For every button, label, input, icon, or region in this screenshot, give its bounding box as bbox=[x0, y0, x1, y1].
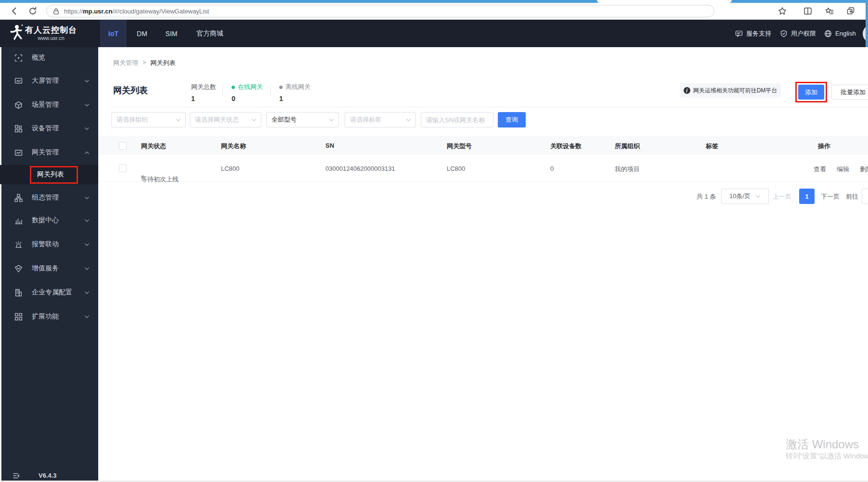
sidebar-item-config-mgmt[interactable]: 组态管理 bbox=[0, 188, 98, 207]
sidebar: 概览 大屏管理 场景管理 设备管理 网关管理 网关列表 组态 bbox=[0, 47, 98, 482]
app-window: https://mp.usr.cn/#/cloud/gateway/ViewGa… bbox=[0, 0, 868, 482]
pagination-total: 共 1 条 bbox=[697, 192, 716, 201]
tab-dm[interactable]: DM bbox=[130, 20, 154, 47]
collapse-sidebar-icon[interactable] bbox=[13, 472, 20, 480]
split-screen-icon[interactable] bbox=[803, 6, 813, 16]
row-checkbox[interactable] bbox=[119, 165, 127, 172]
permissions-label: 用户权限 bbox=[791, 29, 816, 38]
goto-page-label: 前往 bbox=[846, 192, 858, 201]
sidebar-item-extensions[interactable]: 扩展功能 bbox=[0, 307, 98, 326]
collections-icon[interactable] bbox=[846, 6, 855, 16]
edit-link[interactable]: 编辑 bbox=[837, 165, 849, 174]
lock-icon[interactable] bbox=[52, 8, 60, 15]
sidebar-subitem-gateway-list[interactable]: 网关列表 bbox=[0, 165, 98, 184]
window-right-edge bbox=[866, 0, 868, 47]
table-header: 网关状态 网关名称 SN 网关型号 关联设备数 所属组织 标签 操作 bbox=[98, 136, 868, 155]
address-bar[interactable]: https://mp.usr.cn/#/cloud/gateway/ViewGa… bbox=[46, 5, 714, 17]
chevron-down-icon bbox=[84, 242, 90, 247]
model-select[interactable]: 全部型号 bbox=[266, 112, 339, 127]
section-divider bbox=[111, 107, 868, 107]
row-org: 我的项目 bbox=[615, 165, 640, 174]
language-switch[interactable]: English bbox=[824, 20, 856, 47]
breadcrumb-current: 网关列表 bbox=[151, 59, 176, 67]
chevron-down-icon bbox=[84, 290, 90, 295]
add-gateway-button[interactable]: 添加 bbox=[798, 85, 824, 100]
gateway-status-select[interactable]: 请选择网关状态 bbox=[190, 112, 261, 127]
chevron-down-icon bbox=[84, 314, 90, 319]
support-label: 服务支持 bbox=[746, 29, 771, 38]
sidebar-item-gateway-mgmt[interactable]: 网关管理 bbox=[0, 143, 98, 162]
sidebar-item-scene-mgmt[interactable]: 场景管理 bbox=[0, 95, 98, 114]
refresh-icon[interactable] bbox=[28, 6, 38, 16]
chevron-up-icon bbox=[84, 150, 90, 155]
screen-icon bbox=[14, 77, 23, 85]
delete-link[interactable]: 删除 bbox=[860, 165, 868, 174]
chevron-down-icon bbox=[84, 78, 90, 84]
col-tag: 标签 bbox=[706, 142, 718, 151]
chevron-down-icon bbox=[329, 117, 334, 123]
chevron-down-icon bbox=[251, 117, 257, 123]
chevron-down-icon bbox=[84, 195, 90, 201]
breadcrumb: 网关管理 > 网关列表 bbox=[113, 59, 176, 67]
logo-title: 有人云控制台 bbox=[25, 25, 77, 36]
col-org: 所属组织 bbox=[615, 142, 640, 151]
table-row: 等待初次上线 LC800 03000124062000003131 LC800 … bbox=[98, 155, 868, 182]
goto-page-input[interactable] bbox=[862, 189, 868, 204]
sidebar-item-data-center[interactable]: 数据中心 bbox=[0, 211, 98, 230]
sidebar-item-value-services[interactable]: 增值服务 bbox=[0, 259, 98, 278]
prev-page-button[interactable]: 上一页 bbox=[773, 192, 791, 201]
usr-logo-icon bbox=[7, 24, 24, 43]
device-icon bbox=[14, 125, 23, 133]
view-link[interactable]: 查看 bbox=[814, 165, 826, 174]
sidebar-item-enterprise-config[interactable]: 企业专属配置 bbox=[0, 283, 98, 302]
sidebar-item-device-mgmt[interactable]: 设备管理 bbox=[0, 119, 98, 138]
favorites-bar-icon[interactable] bbox=[825, 6, 834, 16]
chevron-down-icon bbox=[84, 102, 90, 108]
row-device-count: 0 bbox=[550, 165, 554, 172]
tab-sim[interactable]: SIM bbox=[159, 20, 184, 47]
windows-activation-watermark: 激活 Windows bbox=[786, 437, 859, 452]
back-icon[interactable] bbox=[10, 6, 19, 16]
info-icon: i bbox=[684, 87, 690, 94]
sidebar-item-screen-mgmt[interactable]: 大屏管理 bbox=[0, 71, 98, 90]
col-actions: 操作 bbox=[818, 142, 830, 151]
chevron-down-icon bbox=[176, 117, 181, 123]
breadcrumb-separator: > bbox=[143, 59, 146, 67]
scene-icon bbox=[14, 101, 23, 109]
app-navbar: 有人云控制台 www.usr.cn IoT DM SIM 官方商城 服务支持 用… bbox=[0, 20, 868, 47]
page-title: 网关列表 bbox=[113, 85, 148, 96]
select-all-checkbox[interactable] bbox=[119, 142, 127, 150]
online-dot bbox=[232, 86, 235, 89]
overview-icon bbox=[14, 54, 23, 62]
globe-icon bbox=[824, 30, 832, 38]
logo-subtitle: www.usr.cn bbox=[28, 35, 74, 41]
tab-iot[interactable]: IoT bbox=[100, 20, 127, 47]
chevron-down-icon bbox=[406, 117, 411, 123]
next-page-button[interactable]: 下一页 bbox=[821, 192, 840, 201]
permissions-menu[interactable]: 用户权限 bbox=[780, 20, 816, 47]
chevron-down-icon bbox=[84, 218, 90, 223]
favorite-star-icon[interactable] bbox=[777, 6, 787, 16]
breadcrumb-parent[interactable]: 网关管理 bbox=[113, 59, 138, 67]
sidebar-item-overview[interactable]: 概览 bbox=[0, 48, 98, 67]
bulk-add-button[interactable]: 批量添加 bbox=[831, 85, 868, 100]
sidebar-item-alarm-linkage[interactable]: 报警联动 bbox=[0, 235, 98, 254]
org-select[interactable]: 请选择组织 bbox=[111, 112, 186, 127]
gateway-icon bbox=[14, 149, 23, 157]
chevron-down-icon bbox=[84, 126, 90, 131]
support-menu[interactable]: 服务支持 bbox=[735, 20, 771, 47]
page-size-select[interactable]: 10条/页 bbox=[721, 189, 769, 204]
grid-icon bbox=[14, 313, 23, 321]
tag-select[interactable]: 请选择标签 bbox=[345, 112, 416, 127]
sn-search-input[interactable] bbox=[421, 112, 493, 127]
stat-online-gateways: 在线网关 0 bbox=[232, 83, 263, 102]
current-page-button[interactable]: 1 bbox=[799, 189, 815, 204]
dm-info-banner: i 网关运维相关功能可前往DM平台 bbox=[680, 83, 781, 98]
tab-store[interactable]: 官方商城 bbox=[191, 20, 229, 47]
offline-dot bbox=[279, 86, 283, 89]
main-content: 网关管理 > 网关列表 网关列表 网关总数 1 在线网关 0 离线网关 1 i … bbox=[98, 47, 868, 482]
stat-divider bbox=[222, 85, 223, 97]
version-label: V6.4.3 bbox=[39, 472, 57, 479]
bar-chart-icon bbox=[14, 216, 23, 225]
search-button[interactable]: 查询 bbox=[498, 112, 526, 127]
